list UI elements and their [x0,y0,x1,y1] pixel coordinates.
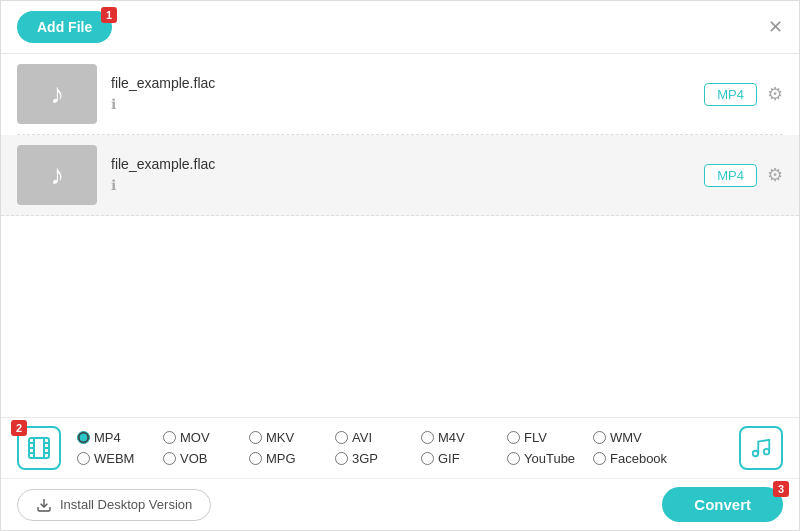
format-flv[interactable]: FLV [507,430,587,445]
format-youtube[interactable]: YouTube [507,451,587,466]
file-count-badge: 1 [101,7,117,23]
file-info: file_example.flac ℹ [111,75,704,113]
empty-area [1,216,799,336]
convert-label: Convert [694,496,751,513]
format-facebook[interactable]: Facebook [593,451,673,466]
install-button[interactable]: Install Desktop Version [17,489,211,521]
format-webm[interactable]: WEBM [77,451,157,466]
format-3gp[interactable]: 3GP [335,451,415,466]
file-item: ♪ file_example.flac ℹ MP4 ⚙ [1,135,799,216]
format-row-2: WEBM VOB MPG 3GP GIF YouTube [77,451,727,466]
format-mov[interactable]: MOV [163,430,243,445]
film-icon-button[interactable]: 2 [17,426,61,470]
file-name: file_example.flac [111,75,704,91]
settings-button-2[interactable]: ⚙ [767,164,783,186]
format-vob[interactable]: VOB [163,451,243,466]
format-wmv[interactable]: WMV [593,430,673,445]
add-file-button[interactable]: Add File [17,11,112,43]
format-m4v[interactable]: M4V [421,430,501,445]
bottom-toolbar: 2 MP4 MOV [1,417,799,530]
film-icon [27,436,51,460]
file-actions: MP4 ⚙ [704,83,783,106]
info-icon[interactable]: ℹ [111,96,116,112]
settings-button-1[interactable]: ⚙ [767,83,783,105]
download-icon [36,497,52,513]
svg-point-10 [764,449,770,455]
audio-icon-button[interactable] [739,426,783,470]
file-info: file_example.flac ℹ [111,156,704,194]
file-list: ♪ file_example.flac ℹ MP4 ⚙ ♪ file_examp… [1,54,799,216]
format-mpg[interactable]: MPG [249,451,329,466]
close-button[interactable]: ✕ [768,16,783,38]
music-icon: ♪ [50,78,64,110]
format-avi[interactable]: AVI [335,430,415,445]
svg-point-9 [753,451,759,457]
format-badge-2[interactable]: MP4 [704,164,757,187]
file-thumbnail: ♪ [17,64,97,124]
file-item: ♪ file_example.flac ℹ MP4 ⚙ [17,54,783,135]
format-bar: 2 MP4 MOV [1,418,799,479]
info-icon[interactable]: ℹ [111,177,116,193]
format-options: MP4 MOV MKV AVI M4V FLV WM [77,430,727,466]
music-icon: ♪ [50,159,64,191]
convert-button[interactable]: 3 Convert [662,487,783,522]
action-bar: Install Desktop Version 3 Convert [1,479,799,530]
install-label: Install Desktop Version [60,497,192,512]
format-badge-1[interactable]: MP4 [704,83,757,106]
file-name: file_example.flac [111,156,704,172]
audio-icon [750,437,772,459]
format-mp4[interactable]: MP4 [77,430,157,445]
file-thumbnail: ♪ [17,145,97,205]
file-actions: MP4 ⚙ [704,164,783,187]
convert-badge: 3 [773,481,789,497]
format-row-1: MP4 MOV MKV AVI M4V FLV WM [77,430,727,445]
format-count-badge: 2 [11,420,27,436]
format-mkv[interactable]: MKV [249,430,329,445]
header: Add File 1 ✕ [1,1,799,54]
format-gif[interactable]: GIF [421,451,501,466]
